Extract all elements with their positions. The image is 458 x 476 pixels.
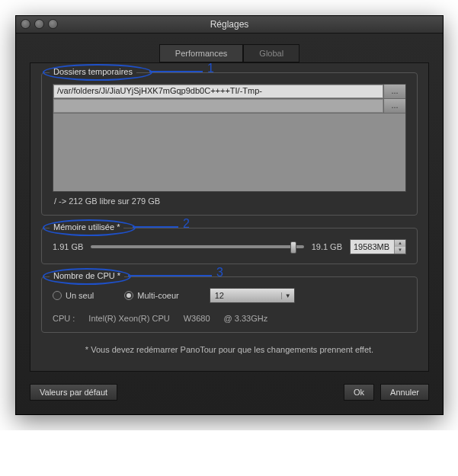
cpu-info-row: CPU : Intel(R) Xeon(R) CPU W3680 @ 3.33G… [53, 314, 406, 323]
cpu-single-label: Un seul [66, 291, 94, 300]
cancel-button[interactable]: Annuler [380, 384, 429, 401]
temp-folders-title: Dossiers temporaires [50, 67, 136, 76]
folder-row: ... [53, 99, 405, 113]
window-title: Réglages [210, 19, 249, 30]
cpu-multi-radio[interactable]: Multi-coeur [124, 291, 178, 300]
spin-down-icon[interactable]: ▼ [395, 247, 405, 254]
browse-button[interactable]: ... [383, 85, 405, 98]
restart-note: * Vous devez redémarrer PanoTour pour qu… [41, 345, 418, 354]
cpu-info-clock: @ 3.33GHz [224, 314, 268, 323]
minimize-icon[interactable] [34, 19, 44, 29]
close-icon[interactable] [21, 19, 30, 29]
free-space-label: / -> 212 GB libre sur 279 GB [53, 196, 406, 206]
cpu-info-model: Intel(R) Xeon(R) CPU [88, 314, 169, 323]
chevron-down-icon: ▼ [281, 292, 294, 299]
zoom-icon[interactable] [48, 19, 58, 29]
memory-slider[interactable] [91, 245, 303, 248]
folder-row: /var/folders/Ji/JiaUYjSjHXK7mGqp9db0C+++… [53, 85, 405, 99]
tab-performances[interactable]: Performances [159, 44, 243, 62]
memory-max-label: 19.1 GB [312, 242, 342, 251]
temp-folders-group: Dossiers temporaires /var/folders/Ji/Jia… [41, 72, 418, 216]
performances-panel: Dossiers temporaires /var/folders/Ji/Jia… [30, 62, 429, 372]
radio-icon [53, 291, 62, 300]
memory-value: 19583MB [351, 242, 394, 251]
cpu-count-value: 12 [210, 291, 281, 300]
memory-spinbox[interactable]: 19583MB ▲ ▼ [350, 239, 406, 254]
cpu-title: Nombre de CPU * [50, 271, 124, 280]
defaults-button[interactable]: Valeurs par défaut [30, 384, 117, 401]
folder-path-input[interactable]: /var/folders/Ji/JiaUYjSjHXK7mGqp9db0C+++… [53, 85, 383, 98]
cpu-group: Nombre de CPU * Un seul Multi-coeur 12 [41, 276, 418, 333]
memory-group: Mémoire utilisée * 1.91 GB 19.1 GB 19583… [41, 228, 418, 264]
cpu-info-number: W3680 [184, 314, 210, 323]
spin-up-icon[interactable]: ▲ [395, 240, 405, 247]
cpu-info-label: CPU : [53, 314, 75, 323]
memory-min-label: 1.91 GB [53, 242, 83, 251]
settings-window: Réglages Performances Global Dossiers te… [15, 15, 444, 415]
tab-global[interactable]: Global [243, 44, 299, 62]
browse-button[interactable]: ... [383, 99, 405, 113]
cpu-single-radio[interactable]: Un seul [53, 291, 94, 300]
titlebar[interactable]: Réglages [16, 16, 443, 34]
folder-list: /var/folders/Ji/JiaUYjSjHXK7mGqp9db0C+++… [53, 84, 406, 192]
cpu-count-dropdown[interactable]: 12 ▼ [210, 288, 295, 303]
ok-button[interactable]: Ok [344, 384, 374, 401]
memory-title: Mémoire utilisée * [50, 222, 123, 232]
cpu-multi-label: Multi-coeur [137, 291, 178, 300]
radio-icon [124, 291, 133, 300]
folder-path-input[interactable] [53, 99, 383, 113]
